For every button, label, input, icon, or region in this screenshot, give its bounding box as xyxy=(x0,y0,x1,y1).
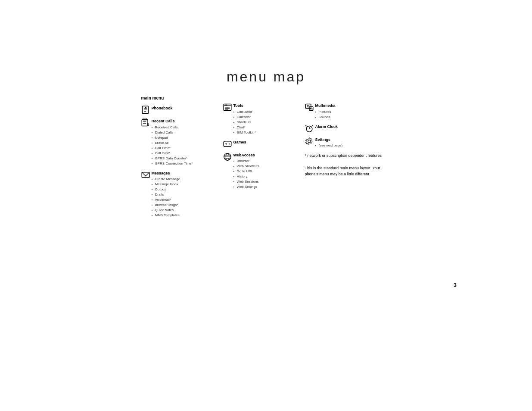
settings-list: (see next page) xyxy=(315,143,391,148)
webaccess-item: WebAccess Browser Web Shortcuts Go to UR… xyxy=(223,153,305,190)
phonebook-title: Phonebook xyxy=(152,106,223,111)
tools-list: Calculator Calendar Shortcuts Chat* SIM … xyxy=(233,109,305,135)
multimedia-item: Multimedia Pictures Sounds xyxy=(305,103,391,120)
list-item: Voicemail* xyxy=(152,197,223,202)
svg-line-37 xyxy=(305,125,307,126)
settings-title: Settings xyxy=(315,137,391,143)
webaccess-title: WebAccess xyxy=(233,153,305,158)
list-item: Call Cost* xyxy=(152,151,223,156)
settings-content: Settings (see next page) xyxy=(315,137,391,149)
games-title: Games xyxy=(233,140,305,145)
content-area: main menu Phonebook xyxy=(0,95,532,222)
middle-column: Tools Calculator Calendar Shortcuts Chat… xyxy=(223,95,305,194)
recent-calls-icon xyxy=(141,118,150,127)
phonebook-content: Phonebook xyxy=(152,106,223,112)
settings-item: Settings (see next page) xyxy=(305,137,391,149)
list-item: SIM Toolkit * xyxy=(233,130,305,135)
messages-icon xyxy=(141,171,150,179)
svg-point-29 xyxy=(308,106,308,107)
games-item: Games xyxy=(223,140,305,148)
list-item: GPRS Data Counter* xyxy=(152,156,223,161)
note2: This is the standard main menu layout. Y… xyxy=(305,165,391,177)
left-column: main menu Phonebook xyxy=(141,95,223,222)
list-item: Call Time* xyxy=(152,146,223,151)
recent-calls-item: Recent Calls Received Calls Dialed Calls… xyxy=(141,118,223,166)
list-item: Drafts xyxy=(152,192,223,197)
tools-content: Tools Calculator Calendar Shortcuts Chat… xyxy=(233,103,305,135)
list-item: Chat* xyxy=(233,125,305,130)
list-item: Go to URL xyxy=(233,169,305,174)
list-item: Web Shortcuts xyxy=(233,164,305,169)
webaccess-icon xyxy=(223,153,232,161)
tools-item: Tools Calculator Calendar Shortcuts Chat… xyxy=(223,103,305,135)
webaccess-content: WebAccess Browser Web Shortcuts Go to UR… xyxy=(233,153,305,190)
list-item: Dialed Calls xyxy=(152,130,223,135)
games-icon xyxy=(223,140,232,148)
svg-rect-13 xyxy=(226,105,227,106)
tools-title: Tools xyxy=(233,103,305,109)
list-item: MMS Templates xyxy=(152,213,223,218)
messages-title: Messages xyxy=(152,171,223,176)
list-item: History xyxy=(233,174,305,179)
list-item: (see next page) xyxy=(315,143,391,148)
messages-content: Messages Create Message Message Inbox Ou… xyxy=(152,171,223,218)
main-menu-label: main menu xyxy=(141,95,223,101)
svg-point-20 xyxy=(228,143,229,143)
list-item: Web Settings xyxy=(233,184,305,190)
svg-point-39 xyxy=(308,140,310,142)
messages-list: Create Message Message Inbox Outbox Draf… xyxy=(152,177,223,218)
svg-rect-12 xyxy=(224,105,225,106)
page-number: 3 xyxy=(454,282,457,288)
list-item: Erase All xyxy=(152,140,223,146)
messages-item: Messages Create Message Message Inbox Ou… xyxy=(141,171,223,218)
svg-point-21 xyxy=(229,143,230,144)
multimedia-content: Multimedia Pictures Sounds xyxy=(315,103,391,120)
recent-calls-title: Recent Calls xyxy=(152,118,223,124)
list-item: Browser xyxy=(233,159,305,164)
multimedia-title: Multimedia xyxy=(315,103,391,109)
note1: * network or subscription dependent feat… xyxy=(305,153,391,159)
phonebook-item: Phonebook xyxy=(141,106,223,114)
games-content: Games xyxy=(233,140,305,146)
list-item: Web Sessions xyxy=(233,179,305,184)
alarm-clock-icon xyxy=(305,124,314,133)
list-item: Shortcuts xyxy=(233,120,305,125)
list-item: Outbox xyxy=(152,187,223,192)
list-item: Sounds xyxy=(315,115,391,120)
list-item: Quick Notes xyxy=(152,208,223,213)
list-item: Calendar xyxy=(233,115,305,120)
list-item: GPRS Connection Time* xyxy=(152,161,223,166)
recent-calls-content: Recent Calls Received Calls Dialed Calls… xyxy=(152,118,223,166)
list-item: Create Message xyxy=(152,177,223,182)
list-item: Received Calls xyxy=(152,125,223,130)
list-item: Message Inbox xyxy=(152,182,223,187)
alarm-clock-item: Alarm Clock xyxy=(305,124,391,133)
webaccess-list: Browser Web Shortcuts Go to URL History … xyxy=(233,159,305,190)
svg-point-4 xyxy=(145,107,146,109)
multimedia-list: Pictures Sounds xyxy=(315,109,391,120)
alarm-clock-title: Alarm Clock xyxy=(315,124,391,130)
list-item: Notepad xyxy=(152,135,223,140)
page-title: menu map xyxy=(0,69,532,85)
svg-rect-5 xyxy=(142,120,148,126)
multimedia-icon xyxy=(305,103,314,112)
tools-icon xyxy=(223,103,232,112)
phonebook-icon xyxy=(141,106,150,114)
notes-section: * network or subscription dependent feat… xyxy=(305,153,391,177)
right-column: Multimedia Pictures Sounds Alarm Cloc xyxy=(305,95,391,177)
alarm-clock-content: Alarm Clock xyxy=(315,124,391,131)
list-item: Calculator xyxy=(233,109,305,115)
recent-calls-list: Received Calls Dialed Calls Notepad Eras… xyxy=(152,125,223,166)
list-item: Browser Msgs* xyxy=(152,202,223,208)
list-item: Pictures xyxy=(315,109,391,115)
svg-line-38 xyxy=(312,125,313,126)
settings-icon xyxy=(305,137,314,146)
